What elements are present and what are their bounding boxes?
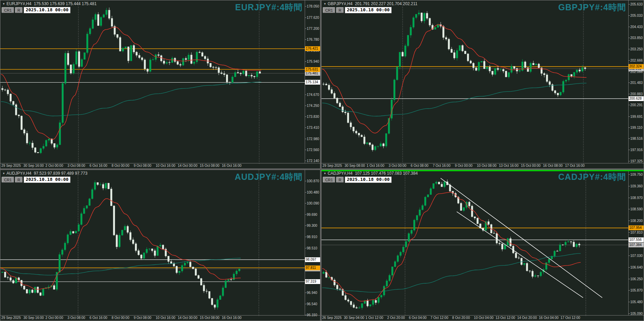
chart-menu-caret-icon[interactable]: ▼ [2, 2, 5, 5]
price-axis-label: 203.850 [630, 36, 643, 40]
price-tick [305, 214, 306, 215]
chart-plot[interactable]: CADJPY#:4時間 ▼CADJPY#,H4107.125 107.476 1… [321, 170, 629, 316]
price-tag-white: 175.134 [305, 80, 320, 85]
price-tick [305, 248, 306, 248]
datetime-box[interactable]: 2025.10.18 00:00 [345, 176, 392, 183]
price-axis-label: 96.540 [307, 302, 317, 306]
chart-panel-eurjpy[interactable]: EURJPY#:4時間 ▼EURJPY#,H4175.530 175.639 1… [0, 0, 320, 169]
price-tick [629, 49, 630, 49]
price-tag-white: 107.556 [629, 237, 644, 242]
price-axis[interactable]: 178.050177.620177.200176.780176.360175.9… [305, 0, 320, 163]
date-axis-label: 8 Oct 20:00 [452, 316, 470, 320]
datetime-box[interactable]: 2025.10.18 00:00 [345, 7, 392, 13]
date-axis-label: 30 Sep 04:00 [344, 316, 364, 320]
price-axis[interactable]: 109.750109.360108.970108.590108.200107.8… [628, 170, 644, 316]
date-axis-label: 26 Sep 2025 [322, 316, 342, 320]
chart-panel-cadjpy[interactable]: CADJPY#:4時間 ▼CADJPY#,H4107.125 107.476 1… [321, 170, 644, 321]
price-axis-label: 108.200 [630, 219, 643, 222]
date-axis-label: 9 Oct 08:00 [134, 316, 151, 320]
date-axis-label: 9 Oct 08:00 [134, 164, 151, 168]
date-axis-label: 29 Sep 2025 [1, 164, 21, 168]
price-tick [629, 83, 630, 83]
r-button[interactable]: R [336, 177, 344, 183]
price-axis-label: 173.410 [307, 126, 319, 129]
chart-plot[interactable]: GBPJPY#:4時間 ▼GBPJPY#,H4201.791 202.227 2… [321, 0, 629, 164]
r-button[interactable]: R [15, 177, 23, 183]
price-tick [305, 203, 306, 203]
price-tick [305, 293, 306, 293]
price-tick [629, 302, 630, 302]
chart-toolbar: CR1 R 2025.10.18 00:00 [323, 176, 392, 183]
price-axis-label: 199.110 [630, 125, 642, 129]
date-axis-label: 14 Oct 00:00 [178, 164, 197, 168]
chart-title: ▼AUDJPY#,H497.523 97.839 97.489 97.773 [2, 171, 87, 176]
date-axis[interactable]: 26 Sep 202530 Sep 04:001 Oct 12:002 Oct … [321, 315, 644, 321]
chart-plot[interactable]: AUDJPY#:4時間 ▼AUDJPY#,H497.523 97.839 97.… [0, 170, 305, 316]
price-tick [629, 313, 630, 314]
cr1-button[interactable]: CR1 [2, 7, 14, 13]
r-button[interactable]: R [15, 7, 23, 13]
price-tick [629, 138, 630, 139]
chart-title: ▼GBPJPY#,H4201.791 202.227 201.704 202.2… [324, 1, 417, 6]
chart-plot[interactable]: EURJPY#:4時間 ▼EURJPY#,H4175.530 175.639 1… [0, 0, 305, 164]
date-axis[interactable]: 29 Sep 202530 Sep 08:001 Oct 16:003 Oct … [321, 163, 644, 169]
price-tick [629, 174, 630, 175]
terminal-grid: EURJPY#:4時間 ▼EURJPY#,H4175.530 175.639 1… [0, 0, 644, 321]
price-axis-label: 175.940 [307, 59, 319, 63]
chart-title: ▼EURJPY#,H4175.530 175.639 175.444 175.4… [2, 1, 97, 6]
date-axis-label: 6 Oct 16:00 [90, 316, 108, 320]
price-tick [629, 186, 630, 186]
price-axis-label: 198.516 [630, 137, 643, 140]
date-axis-label: 30 Sep 08:00 [344, 164, 365, 168]
price-axis-label: 105.480 [630, 300, 643, 304]
price-tag-orange: 107.954 [629, 225, 644, 230]
price-axis-label: 205.633 [630, 2, 643, 6]
date-axis-label: 17 Oct 16:00 [565, 164, 584, 168]
chart-menu-caret-icon[interactable]: ▼ [324, 2, 326, 5]
chart-toolbar: CR1 R 2025.10.18 00:00 [2, 7, 71, 13]
price-axis-label: 172.140 [307, 159, 319, 162]
price-axis-label: 98.510 [307, 246, 317, 250]
date-axis-label: 10 Oct 08:00 [477, 164, 496, 168]
date-axis-label: 15 Oct 08:00 [200, 164, 219, 168]
price-tick [305, 225, 306, 226]
date-axis-label: 7 Oct 16:00 [433, 164, 451, 168]
cr1-button[interactable]: CR1 [323, 177, 335, 183]
date-axis-label: 6 Oct 16:00 [90, 164, 108, 168]
price-tick [629, 232, 630, 233]
active-panel-indicator [321, 170, 644, 171]
chart-panel-gbpjpy[interactable]: GBPJPY#:4時間 ▼GBPJPY#,H4201.791 202.227 2… [321, 0, 644, 169]
chart-menu-caret-icon[interactable]: ▼ [2, 172, 5, 175]
price-tick [629, 15, 630, 16]
price-axis-label: 100.480 [307, 190, 319, 194]
date-axis-label: 14 Oct 00:00 [178, 316, 197, 320]
date-axis-label: 13 Oct 12:00 [495, 316, 515, 320]
date-axis-label: 2 Oct 00:00 [46, 164, 63, 168]
price-axis-label: 99.690 [307, 212, 317, 216]
price-axis[interactable]: 205.633205.033204.433203.850203.250202.6… [628, 0, 644, 163]
price-axis-label: 174.250 [307, 103, 319, 107]
price-tick [305, 116, 306, 117]
date-axis[interactable]: 29 Sep 202530 Sep 16:002 Oct 00:003 Oct … [0, 315, 320, 321]
price-axis-label: 200.883 [630, 92, 643, 96]
price-tag-orange: 97.811 [305, 266, 320, 270]
price-axis-label: 172.560 [307, 148, 319, 151]
date-axis[interactable]: 29 Sep 202530 Sep 16:002 Oct 00:003 Oct … [0, 163, 320, 169]
datetime-box[interactable]: 2025.10.18 00:00 [24, 7, 71, 13]
r-button[interactable]: R [336, 7, 344, 13]
datetime-box[interactable]: 2025.10.18 00:00 [24, 176, 71, 183]
price-axis[interactable]: 100.870100.480100.09099.69099.30098.9109… [305, 170, 320, 316]
price-tick [629, 38, 630, 38]
price-tick [629, 4, 630, 4]
cr1-button[interactable]: CR1 [2, 177, 14, 183]
chart-panel-audjpy[interactable]: AUDJPY#:4時間 ▼AUDJPY#,H497.523 97.839 97.… [0, 170, 320, 321]
price-axis-label: 98.910 [307, 235, 317, 238]
price-axis-label: 108.590 [630, 207, 643, 211]
price-axis-label: 174.670 [307, 92, 319, 96]
price-tick [629, 72, 630, 72]
price-axis-label: 109.360 [630, 184, 643, 188]
ohlc-readout: 201.791 202.227 201.704 202.211 [355, 1, 418, 6]
date-axis-label: 29 Sep 2025 [323, 164, 342, 168]
cr1-button[interactable]: CR1 [323, 7, 335, 13]
chart-menu-caret-icon[interactable]: ▼ [324, 172, 326, 175]
